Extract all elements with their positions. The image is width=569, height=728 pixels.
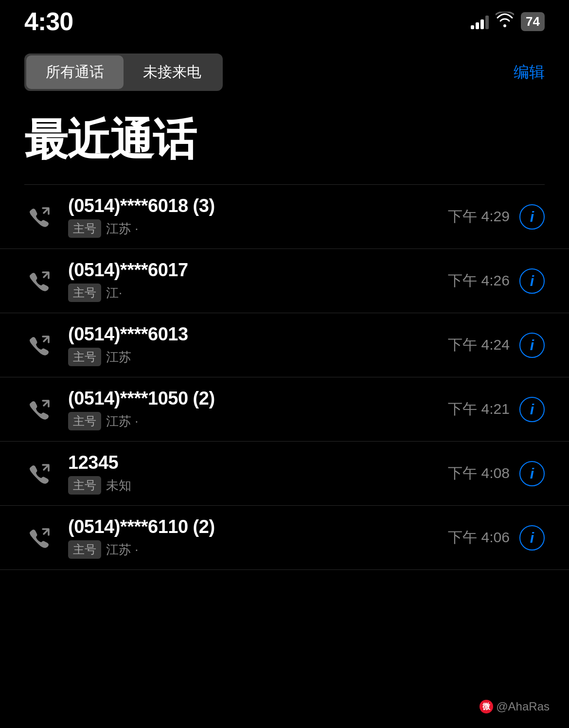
call-time-5: 下午 4:08 [448,463,510,483]
call-sub-1: 主号 江苏 · [68,219,448,238]
call-location-5: 未知 [106,477,131,494]
info-button-1[interactable]: i [519,204,545,230]
call-outgoing-icon-6 [24,523,53,552]
call-time-1: 下午 4:29 [448,207,510,227]
info-icon-4: i [530,402,534,417]
wifi-icon [496,12,514,31]
call-sub-3: 主号 江苏 [68,348,448,366]
call-right-4: 下午 4:21 i [448,397,545,422]
call-time-3: 下午 4:24 [448,335,510,355]
call-right-3: 下午 4:24 i [448,333,545,358]
call-info-6: (0514)****6110 (2) 主号 江苏 · [68,516,448,559]
call-tag-2: 主号 [68,284,101,302]
call-time-2: 下午 4:26 [448,271,510,291]
call-location-4: 江苏 · [106,413,138,430]
call-name-1: (0514)****6018 (3) [68,195,448,216]
battery-level: 74 [526,14,540,29]
call-name-3: (0514)****6013 [68,324,448,345]
info-icon-6: i [530,531,534,545]
call-info-3: (0514)****6013 主号 江苏 [68,324,448,366]
segment-missed-calls[interactable]: 未接来电 [124,55,221,89]
call-info-4: (0514)****1050 (2) 主号 江苏 · [68,388,448,430]
call-sub-2: 主号 江· [68,284,448,302]
status-time: 4:30 [24,7,73,36]
info-button-4[interactable]: i [519,397,545,422]
call-item-2: (0514)****6017 主号 江· 下午 4:26 i [0,249,569,313]
call-outgoing-icon-1 [24,202,53,231]
call-name-2: (0514)****6017 [68,260,448,281]
call-name-4: (0514)****1050 (2) [68,388,448,409]
info-icon-3: i [530,338,534,353]
segment-control: 所有通话 未接来电 [24,53,223,91]
info-button-2[interactable]: i [519,268,545,294]
info-button-3[interactable]: i [519,333,545,358]
signal-icon [471,14,489,29]
call-time-6: 下午 4:06 [448,528,510,548]
call-item-4: (0514)****1050 (2) 主号 江苏 · 下午 4:21 i [0,377,569,442]
call-location-1: 江苏 · [106,220,138,237]
info-button-5[interactable]: i [519,461,545,486]
info-icon-1: i [530,210,534,224]
call-outgoing-icon-3 [24,331,53,360]
call-tag-5: 主号 [68,476,101,495]
call-sub-4: 主号 江苏 · [68,412,448,430]
call-sub-6: 主号 江苏 · [68,540,448,559]
call-name-6: (0514)****6110 (2) [68,516,448,537]
call-name-5: 12345 [68,452,448,473]
info-icon-2: i [530,274,534,288]
call-outgoing-icon-4 [24,395,53,424]
weibo-icon: 微 [480,700,493,713]
call-item-5: 12345 主号 未知 下午 4:08 i [0,442,569,506]
status-icons: 74 [471,12,545,31]
segment-container: 所有通话 未接来电 编辑 [0,44,569,101]
call-location-2: 江· [106,284,122,302]
call-tag-6: 主号 [68,540,101,559]
info-button-6[interactable]: i [519,525,545,550]
call-info-1: (0514)****6018 (3) 主号 江苏 · [68,195,448,238]
watermark-text: @AhaRas [496,700,550,713]
battery-icon: 74 [521,12,545,31]
watermark: 微 @AhaRas [480,700,550,713]
call-list: (0514)****6018 (3) 主号 江苏 · 下午 4:29 i (05… [0,185,569,570]
call-info-2: (0514)****6017 主号 江· [68,260,448,302]
call-info-5: 12345 主号 未知 [68,452,448,495]
call-sub-5: 主号 未知 [68,476,448,495]
call-time-4: 下午 4:21 [448,399,510,419]
edit-button[interactable]: 编辑 [514,62,545,83]
call-item-3: (0514)****6013 主号 江苏 下午 4:24 i [0,313,569,377]
call-right-5: 下午 4:08 i [448,461,545,486]
call-item-1: (0514)****6018 (3) 主号 江苏 · 下午 4:29 i [0,185,569,249]
call-right-6: 下午 4:06 i [448,525,545,550]
call-tag-1: 主号 [68,219,101,238]
call-tag-3: 主号 [68,348,101,366]
call-location-3: 江苏 [106,349,131,366]
call-outgoing-icon-2 [24,266,53,296]
call-right-2: 下午 4:26 i [448,268,545,294]
info-icon-5: i [530,466,534,481]
call-item-6: (0514)****6110 (2) 主号 江苏 · 下午 4:06 i [0,506,569,570]
call-location-6: 江苏 · [106,541,138,558]
status-bar: 4:30 74 [0,0,569,39]
page-title: 最近通话 [0,101,569,184]
call-outgoing-icon-5 [24,459,53,488]
segment-all-calls[interactable]: 所有通话 [26,55,124,89]
call-right-1: 下午 4:29 i [448,204,545,230]
call-tag-4: 主号 [68,412,101,430]
